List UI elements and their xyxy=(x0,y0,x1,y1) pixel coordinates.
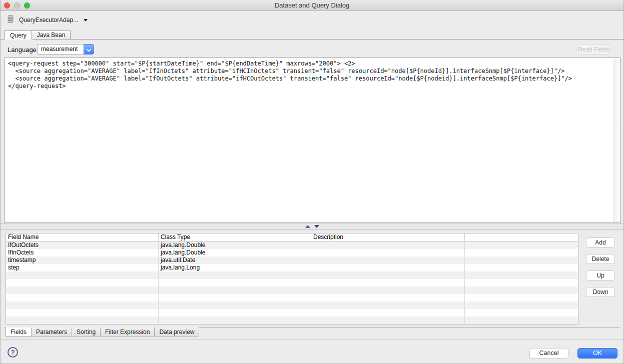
field-name-cell: step xyxy=(6,264,159,272)
field-name-cell: IfInOctets xyxy=(6,249,159,256)
description-cell xyxy=(311,242,465,249)
query-line: <source aggregation="AVERAGE" label="IfO… xyxy=(8,75,620,82)
table-row[interactable]: IfInOctets java.lang.Double xyxy=(6,249,578,256)
ok-button[interactable]: OK xyxy=(577,348,617,358)
tab-parameters[interactable]: Parameters xyxy=(32,328,72,336)
footer-divider xyxy=(1,340,623,340)
query-editor[interactable]: <query-request step="300000" start="$P{s… xyxy=(5,58,620,223)
read-fields-button[interactable]: Read Fields xyxy=(576,44,612,54)
table-header-row: Field Name Class Type Description xyxy=(6,234,578,242)
language-label: Language xyxy=(8,46,37,54)
description-cell xyxy=(311,264,465,272)
combo-dropdown-button[interactable] xyxy=(84,44,94,54)
table-row[interactable]: timestamp java.util.Date xyxy=(6,256,578,264)
question-mark-icon: ? xyxy=(11,348,15,356)
table-row-empty xyxy=(6,294,578,302)
collapse-up-icon[interactable] xyxy=(305,225,310,228)
close-button[interactable] xyxy=(4,2,10,8)
tab-filter-expression[interactable]: Filter Expression xyxy=(101,328,155,336)
tab-sorting[interactable]: Sorting xyxy=(72,328,101,336)
vertical-scrollbar[interactable] xyxy=(613,58,619,222)
cancel-button[interactable]: Cancel xyxy=(529,348,568,358)
language-value[interactable]: measurement xyxy=(38,44,84,54)
dialog-window: Dataset and Query Dialog QueryExecutorAd… xyxy=(0,0,624,364)
field-name-cell: timestamp xyxy=(6,256,159,264)
tab-data-preview[interactable]: Data preview xyxy=(155,328,199,336)
table-row[interactable]: step java.lang.Long xyxy=(6,264,578,272)
column-header-field-name[interactable]: Field Name xyxy=(6,234,159,241)
data-adapter-selector[interactable]: QueryExecutorAdap... xyxy=(7,16,88,24)
column-header-blank xyxy=(465,234,578,241)
top-tab-divider xyxy=(1,39,623,40)
description-cell xyxy=(311,256,465,264)
delete-button[interactable]: Delete xyxy=(586,254,615,264)
splitter-handle[interactable] xyxy=(1,224,623,230)
table-row-empty xyxy=(6,302,578,309)
help-button[interactable]: ? xyxy=(8,347,18,358)
table-row-empty xyxy=(6,272,578,279)
chevron-down-icon xyxy=(84,19,88,22)
language-combobox[interactable]: measurement xyxy=(38,44,94,54)
minimize-button[interactable] xyxy=(14,2,20,8)
table-row-empty xyxy=(6,279,578,286)
top-tab-bar: Query Java Bean xyxy=(5,30,71,40)
class-type-cell: java.lang.Double xyxy=(159,249,311,256)
class-type-cell: java.lang.Long xyxy=(159,264,311,272)
window-title: Dataset and Query Dialog xyxy=(1,0,623,11)
field-name-cell: IfOutOctets xyxy=(6,242,159,249)
title-bar: Dataset and Query Dialog xyxy=(1,0,623,11)
fields-table: Field Name Class Type Description IfOutO… xyxy=(6,233,578,324)
description-cell xyxy=(311,249,465,256)
column-header-class-type[interactable]: Class Type xyxy=(159,234,311,241)
table-button-stack: Add Delete Up Down xyxy=(586,238,615,297)
tab-fields[interactable]: Fields xyxy=(6,328,32,336)
up-button[interactable]: Up xyxy=(586,270,615,280)
class-type-cell: java.lang.Double xyxy=(159,242,311,249)
add-button[interactable]: Add xyxy=(586,238,615,248)
table-row-empty xyxy=(6,309,578,316)
query-line: </query-request> xyxy=(8,82,620,90)
bottom-tab-bar: Fields Parameters Sorting Filter Express… xyxy=(6,328,199,336)
table-row-empty xyxy=(6,316,578,324)
class-type-cell: java.util.Date xyxy=(159,256,311,264)
down-button[interactable]: Down xyxy=(586,287,615,297)
tab-java-bean[interactable]: Java Bean xyxy=(32,30,71,39)
database-icon xyxy=(7,15,15,26)
table-row[interactable]: IfOutOctets java.lang.Double xyxy=(6,242,578,249)
query-line: <source aggregation="AVERAGE" label="IfI… xyxy=(8,68,620,75)
zoom-button[interactable] xyxy=(24,2,30,8)
query-line: <query-request step="300000" start="$P{s… xyxy=(8,60,620,68)
column-header-description[interactable]: Description xyxy=(311,234,465,241)
chevron-down-icon xyxy=(87,45,91,54)
data-adapter-name: QueryExecutorAdap... xyxy=(19,16,78,24)
tab-query[interactable]: Query xyxy=(5,30,32,40)
collapse-down-icon[interactable] xyxy=(314,225,319,228)
table-row-empty xyxy=(6,286,578,294)
